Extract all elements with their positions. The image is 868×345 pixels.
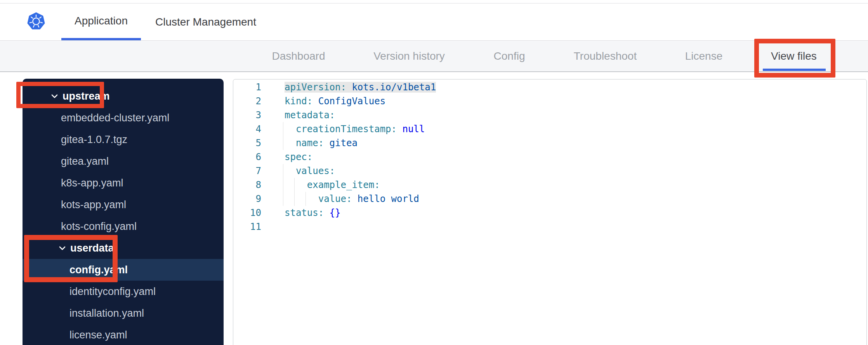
- line-number: 5: [233, 136, 261, 150]
- tree-item-label: gitea.yaml: [61, 155, 109, 167]
- line-number: 7: [233, 164, 261, 178]
- tree-file-license-yaml[interactable]: license.yaml: [23, 324, 224, 345]
- line-text: values:: [261, 164, 335, 178]
- line-number: 8: [233, 178, 261, 192]
- file-content-editor[interactable]: 1apiVersion: kots.io/v1beta12kind: Confi…: [233, 79, 867, 345]
- view-files-active-underline: [763, 69, 826, 71]
- code-line: 9 value: hello world: [233, 192, 866, 206]
- tree-file-gitea-1-0-7-tgz[interactable]: gitea-1.0.7.tgz: [23, 129, 224, 150]
- subnav-tab-config[interactable]: Config: [494, 41, 525, 71]
- code-line: 10status: {}: [233, 206, 866, 220]
- indent-guide: [283, 136, 283, 150]
- code-line: 7 values:: [233, 164, 866, 178]
- line-number: 4: [233, 122, 261, 136]
- top-tab-application[interactable]: Application: [61, 3, 141, 40]
- line-number: 6: [233, 150, 261, 164]
- line-text: example_item:: [261, 178, 380, 192]
- tree-item-label: config.yaml: [69, 264, 128, 276]
- line-number: 10: [233, 206, 261, 220]
- subnav-tab-dashboard[interactable]: Dashboard: [272, 41, 325, 71]
- code-line: 8 example_item:: [233, 178, 866, 192]
- subnav-tab-version-history[interactable]: Version history: [373, 41, 445, 71]
- tree-file-k8s-app-yaml[interactable]: k8s-app.yaml: [23, 172, 224, 194]
- tree-file-gitea-yaml[interactable]: gitea.yaml: [23, 150, 224, 172]
- indent-guide: [306, 192, 306, 206]
- line-text: name: gitea: [261, 136, 358, 150]
- code-line: 3metadata:: [233, 108, 866, 122]
- subnav-tab-view-files[interactable]: View files: [771, 41, 817, 71]
- line-text: spec:: [261, 150, 312, 164]
- code-line: 2kind: ConfigValues: [233, 94, 866, 108]
- line-number: 9: [233, 192, 261, 206]
- code-line: 6spec:: [233, 150, 866, 164]
- tree-item-label: kots-app.yaml: [61, 199, 126, 211]
- code-line: 11: [233, 220, 866, 234]
- line-number: 2: [233, 94, 261, 108]
- code-viewer: 1apiVersion: kots.io/v1beta12kind: Confi…: [233, 79, 866, 234]
- code-line: 5 name: gitea: [233, 136, 866, 150]
- line-number: 1: [233, 80, 261, 94]
- subnav-tab-license[interactable]: License: [685, 41, 723, 71]
- chevron-down-icon: [51, 94, 58, 98]
- tree-file-kots-app-yaml[interactable]: kots-app.yaml: [23, 194, 224, 216]
- indent-guide: [283, 122, 283, 136]
- top-tab-cluster-management[interactable]: Cluster Management: [153, 3, 259, 40]
- tree-item-label: userdata: [70, 242, 114, 254]
- tree-folder-upstream[interactable]: upstream: [23, 85, 224, 107]
- indent-guide: [283, 178, 283, 192]
- tree-item-label: installation.yaml: [69, 307, 144, 319]
- tree-file-identityconfig-yaml[interactable]: identityconfig.yaml: [23, 281, 224, 302]
- top-navbar: ApplicationCluster Management: [0, 3, 868, 40]
- tree-file-embedded-cluster-yaml[interactable]: embedded-cluster.yaml: [23, 107, 224, 129]
- tree-item-label: identityconfig.yaml: [69, 286, 156, 298]
- file-tree-sidebar[interactable]: upstreamembedded-cluster.yamlgitea-1.0.7…: [23, 79, 224, 345]
- app-subnav: DashboardVersion historyConfigTroublesho…: [0, 40, 868, 72]
- code-line: 1apiVersion: kots.io/v1beta1: [233, 80, 866, 94]
- tree-file-kots-config-yaml[interactable]: kots-config.yaml: [23, 216, 224, 237]
- line-text: [261, 220, 285, 234]
- tree-item-label: gitea-1.0.7.tgz: [61, 134, 127, 146]
- subnav-tab-troubleshoot[interactable]: Troubleshoot: [574, 41, 637, 71]
- line-text: apiVersion: kots.io/v1beta1: [261, 80, 436, 94]
- line-text: status: {}: [261, 206, 341, 220]
- tree-item-label: upstream: [62, 90, 110, 102]
- tree-file-installation-yaml[interactable]: installation.yaml: [23, 302, 224, 324]
- indent-guide: [294, 192, 295, 206]
- tree-item-label: license.yaml: [69, 329, 127, 341]
- tree-folder-userdata[interactable]: userdata: [23, 237, 224, 259]
- tree-item-label: kots-config.yaml: [61, 221, 137, 233]
- line-text: kind: ConfigValues: [261, 94, 385, 108]
- chevron-down-icon: [59, 246, 66, 250]
- file-tree: upstreamembedded-cluster.yamlgitea-1.0.7…: [23, 85, 224, 345]
- line-text: metadata:: [261, 108, 335, 122]
- indent-guide: [283, 164, 283, 178]
- line-number: 3: [233, 108, 261, 122]
- tree-file-config-yaml[interactable]: config.yaml: [23, 259, 224, 281]
- tree-item-label: k8s-app.yaml: [61, 177, 123, 189]
- line-number: 11: [233, 220, 261, 234]
- line-text: value: hello world: [261, 192, 419, 206]
- indent-guide: [283, 192, 283, 206]
- code-line: 4 creationTimestamp: null: [233, 122, 866, 136]
- kots-admin-console: ApplicationCluster Management DashboardV…: [0, 0, 868, 345]
- tree-item-label: embedded-cluster.yaml: [61, 112, 169, 124]
- kubernetes-logo-icon: [27, 12, 45, 30]
- indent-guide: [294, 178, 295, 192]
- line-text: creationTimestamp: null: [261, 122, 425, 136]
